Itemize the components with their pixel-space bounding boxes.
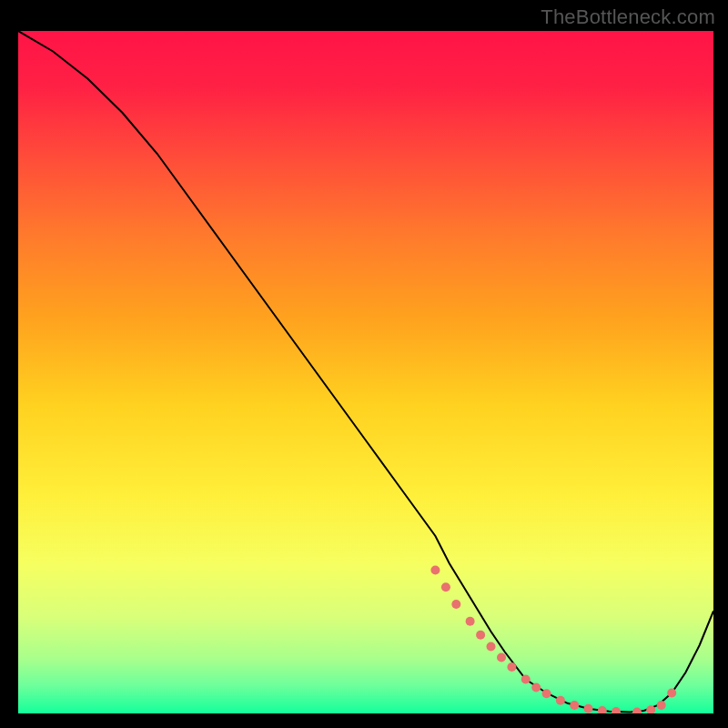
marker-dot	[521, 675, 531, 684]
marker-dot	[430, 566, 440, 575]
marker-dot	[657, 701, 666, 710]
marker-dot	[476, 631, 485, 640]
marker-dot	[487, 642, 496, 652]
watermark-text: TheBottleneck.com	[541, 5, 715, 29]
marker-dot	[542, 689, 551, 698]
chart-frame: TheBottleneck.com	[0, 0, 728, 728]
marker-dot	[441, 582, 450, 592]
marker-dot	[667, 689, 676, 698]
marker-dot	[531, 683, 541, 693]
marker-dot	[584, 704, 593, 713]
marker-dot	[466, 617, 475, 626]
plot-svg	[18, 31, 713, 713]
gradient-rect	[18, 31, 713, 713]
marker-dot	[451, 600, 460, 609]
marker-dot	[497, 653, 506, 662]
plot-area	[18, 31, 713, 713]
marker-dot	[507, 662, 516, 672]
marker-dot	[570, 701, 579, 710]
marker-dot	[556, 696, 565, 705]
